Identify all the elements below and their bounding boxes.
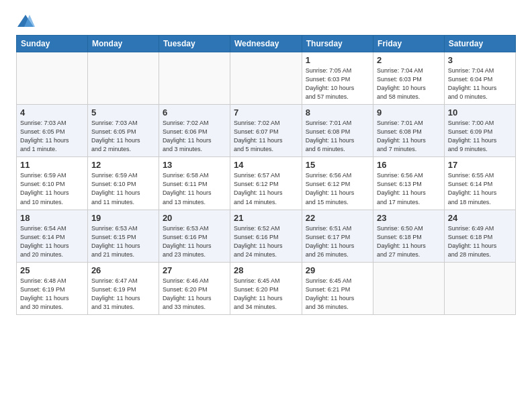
day-number: 7 [234,107,298,118]
weekday-row: SundayMondayTuesdayWednesdayThursdayFrid… [17,36,516,52]
day-cell: 16Sunrise: 6:56 AM Sunset: 6:13 PM Dayli… [373,157,445,210]
day-number: 19 [91,213,155,223]
day-cell: 26Sunrise: 6:47 AM Sunset: 6:19 PM Dayli… [87,262,159,314]
day-info: Sunrise: 7:01 AM Sunset: 6:08 PM Dayligh… [377,119,441,154]
day-number: 17 [448,160,512,170]
day-number: 4 [20,107,84,118]
day-cell [87,52,159,105]
day-number: 1 [306,55,369,65]
day-cell: 24Sunrise: 6:49 AM Sunset: 6:18 PM Dayli… [444,210,515,262]
day-number: 14 [234,160,298,170]
day-number: 16 [377,160,441,170]
week-row-5: 25Sunrise: 6:48 AM Sunset: 6:19 PM Dayli… [17,262,516,314]
week-row-2: 4Sunrise: 7:03 AM Sunset: 6:05 PM Daylig… [17,105,516,157]
day-info: Sunrise: 7:01 AM Sunset: 6:08 PM Dayligh… [306,119,369,154]
week-row-4: 18Sunrise: 6:54 AM Sunset: 6:14 PM Dayli… [17,210,516,262]
day-number: 18 [20,213,84,223]
day-cell: 22Sunrise: 6:51 AM Sunset: 6:17 PM Dayli… [302,210,373,262]
day-cell: 14Sunrise: 6:57 AM Sunset: 6:12 PM Dayli… [230,157,302,210]
day-info: Sunrise: 6:46 AM Sunset: 6:20 PM Dayligh… [163,277,226,312]
day-info: Sunrise: 6:57 AM Sunset: 6:12 PM Dayligh… [234,171,298,206]
day-cell: 5Sunrise: 7:03 AM Sunset: 6:05 PM Daylig… [87,105,159,157]
day-number: 11 [20,160,84,170]
day-cell: 23Sunrise: 6:50 AM Sunset: 6:18 PM Dayli… [373,210,445,262]
day-number: 28 [234,265,298,275]
day-cell: 29Sunrise: 6:45 AM Sunset: 6:21 PM Dayli… [302,262,373,314]
day-cell: 20Sunrise: 6:53 AM Sunset: 6:16 PM Dayli… [159,210,230,262]
weekday-header-monday: Monday [87,36,159,52]
week-row-3: 11Sunrise: 6:59 AM Sunset: 6:10 PM Dayli… [17,157,516,210]
day-number: 23 [377,213,441,223]
day-cell: 11Sunrise: 6:59 AM Sunset: 6:10 PM Dayli… [17,157,88,210]
day-cell: 15Sunrise: 6:56 AM Sunset: 6:12 PM Dayli… [302,157,373,210]
day-cell: 21Sunrise: 6:52 AM Sunset: 6:16 PM Dayli… [230,210,302,262]
day-info: Sunrise: 7:03 AM Sunset: 6:05 PM Dayligh… [91,119,155,154]
logo-icon [16,13,35,28]
page-header [16,13,516,28]
day-number: 2 [377,55,441,65]
day-cell [230,52,302,105]
day-info: Sunrise: 6:53 AM Sunset: 6:16 PM Dayligh… [163,224,226,259]
day-cell [17,52,88,105]
day-cell: 19Sunrise: 6:53 AM Sunset: 6:15 PM Dayli… [87,210,159,262]
day-info: Sunrise: 6:48 AM Sunset: 6:19 PM Dayligh… [20,277,84,312]
calendar-table: SundayMondayTuesdayWednesdayThursdayFrid… [16,35,516,315]
day-cell: 27Sunrise: 6:46 AM Sunset: 6:20 PM Dayli… [159,262,230,314]
day-info: Sunrise: 6:45 AM Sunset: 6:20 PM Dayligh… [234,277,298,312]
day-number: 9 [377,107,441,118]
day-info: Sunrise: 6:58 AM Sunset: 6:11 PM Dayligh… [163,171,226,206]
day-number: 29 [306,265,369,275]
weekday-header-friday: Friday [373,36,445,52]
day-cell: 28Sunrise: 6:45 AM Sunset: 6:20 PM Dayli… [230,262,302,314]
day-cell: 18Sunrise: 6:54 AM Sunset: 6:14 PM Dayli… [17,210,88,262]
day-info: Sunrise: 6:47 AM Sunset: 6:19 PM Dayligh… [91,277,155,312]
day-number: 8 [306,107,369,118]
calendar-body: 1Sunrise: 7:05 AM Sunset: 6:03 PM Daylig… [17,52,516,315]
day-cell [373,262,445,314]
day-info: Sunrise: 7:04 AM Sunset: 6:03 PM Dayligh… [377,66,441,101]
day-info: Sunrise: 7:00 AM Sunset: 6:09 PM Dayligh… [448,119,512,154]
day-info: Sunrise: 7:02 AM Sunset: 6:06 PM Dayligh… [163,119,226,154]
weekday-header-tuesday: Tuesday [159,36,230,52]
day-number: 20 [163,213,226,223]
day-info: Sunrise: 6:52 AM Sunset: 6:16 PM Dayligh… [234,224,298,259]
day-number: 6 [163,107,226,118]
week-row-1: 1Sunrise: 7:05 AM Sunset: 6:03 PM Daylig… [17,52,516,105]
day-number: 10 [448,107,512,118]
calendar-header: SundayMondayTuesdayWednesdayThursdayFrid… [17,36,516,52]
day-cell: 3Sunrise: 7:04 AM Sunset: 6:04 PM Daylig… [444,52,515,105]
day-info: Sunrise: 7:03 AM Sunset: 6:05 PM Dayligh… [20,119,84,154]
weekday-header-sunday: Sunday [17,36,88,52]
day-cell [444,262,515,314]
day-info: Sunrise: 6:56 AM Sunset: 6:13 PM Dayligh… [377,171,441,206]
day-cell: 10Sunrise: 7:00 AM Sunset: 6:09 PM Dayli… [444,105,515,157]
day-cell: 1Sunrise: 7:05 AM Sunset: 6:03 PM Daylig… [302,52,373,105]
day-number: 3 [448,55,512,65]
day-info: Sunrise: 7:05 AM Sunset: 6:03 PM Dayligh… [306,66,369,101]
day-cell: 9Sunrise: 7:01 AM Sunset: 6:08 PM Daylig… [373,105,445,157]
day-info: Sunrise: 6:45 AM Sunset: 6:21 PM Dayligh… [306,277,369,312]
weekday-header-wednesday: Wednesday [230,36,302,52]
day-cell [159,52,230,105]
day-number: 21 [234,213,298,223]
day-number: 22 [306,213,369,223]
day-number: 13 [163,160,226,170]
weekday-header-thursday: Thursday [302,36,373,52]
day-cell: 6Sunrise: 7:02 AM Sunset: 6:06 PM Daylig… [159,105,230,157]
day-cell: 8Sunrise: 7:01 AM Sunset: 6:08 PM Daylig… [302,105,373,157]
day-info: Sunrise: 6:56 AM Sunset: 6:12 PM Dayligh… [306,171,369,206]
day-info: Sunrise: 6:49 AM Sunset: 6:18 PM Dayligh… [448,224,512,259]
day-number: 27 [163,265,226,275]
day-cell: 7Sunrise: 7:02 AM Sunset: 6:07 PM Daylig… [230,105,302,157]
day-info: Sunrise: 6:54 AM Sunset: 6:14 PM Dayligh… [20,224,84,259]
weekday-header-saturday: Saturday [444,36,515,52]
day-info: Sunrise: 7:04 AM Sunset: 6:04 PM Dayligh… [448,66,512,101]
logo [16,13,38,28]
day-info: Sunrise: 7:02 AM Sunset: 6:07 PM Dayligh… [234,119,298,154]
day-cell: 2Sunrise: 7:04 AM Sunset: 6:03 PM Daylig… [373,52,445,105]
day-cell: 4Sunrise: 7:03 AM Sunset: 6:05 PM Daylig… [17,105,88,157]
day-number: 25 [20,265,84,275]
day-cell: 25Sunrise: 6:48 AM Sunset: 6:19 PM Dayli… [17,262,88,314]
day-number: 26 [91,265,155,275]
day-info: Sunrise: 6:51 AM Sunset: 6:17 PM Dayligh… [306,224,369,259]
